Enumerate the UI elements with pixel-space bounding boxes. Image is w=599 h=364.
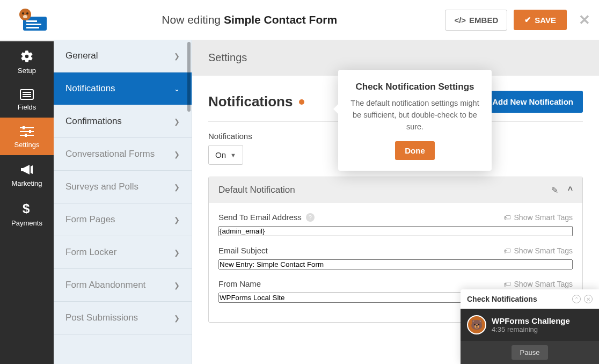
sidebar-tab-setup[interactable]: Setup [0, 41, 54, 81]
embed-label: EMBED [469, 16, 498, 25]
pencil-icon[interactable]: ✎ [551, 185, 558, 195]
settings-item-label: Post Submissions [65, 312, 138, 323]
chevron-up-icon[interactable]: ^ [568, 185, 573, 195]
sidebar-tab-label: Marketing [0, 179, 54, 187]
primary-sidebar: Setup Fields Settings Marketing $ Paymen… [0, 41, 54, 364]
sidebar-tab-label: Payments [0, 219, 54, 227]
svg-point-4 [19, 9, 31, 20]
save-label: SAVE [535, 16, 556, 25]
settings-item-label: Form Pages [65, 214, 115, 225]
chevron-right-icon: ❯ [174, 249, 180, 257]
settings-item-general[interactable]: General ❯ [54, 40, 192, 72]
top-bar: Now editing Simple Contact Form </> EMBE… [0, 0, 599, 40]
settings-item-label: Form Locker [65, 247, 116, 258]
chevron-right-icon: ❯ [174, 52, 180, 60]
settings-item-form-pages[interactable]: Form Pages ❯ [54, 203, 192, 236]
settings-item-surveys-polls[interactable]: Surveys and Polls ❯ [54, 171, 192, 203]
challenge-title: WPForms Challenge [492, 316, 570, 325]
chevron-down-icon: ⌄ [174, 85, 180, 93]
settings-item-label: General [65, 50, 98, 61]
pause-button[interactable]: Pause [512, 345, 549, 360]
svg-rect-13 [20, 131, 34, 132]
chevron-down-icon: ▼ [230, 152, 236, 158]
tag-icon: 🏷 [503, 246, 511, 255]
settings-item-post-submissions[interactable]: Post Submissions ❯ [54, 302, 192, 334]
svg-point-5 [22, 12, 24, 14]
sidebar-tab-label: Settings [0, 141, 54, 149]
settings-item-label: Conversational Forms [65, 149, 155, 159]
code-icon: </> [454, 16, 466, 25]
card-title: Default Notification [218, 185, 295, 195]
card-header: Default Notification ✎ ^ [209, 177, 582, 203]
sidebar-tab-marketing[interactable]: Marketing [0, 155, 54, 194]
challenge-avatar-icon: 🐻 [467, 315, 486, 334]
chevron-right-icon: ❯ [174, 216, 180, 224]
settings-item-label: Surveys and Polls [65, 181, 138, 192]
sidebar-tab-settings[interactable]: Settings [0, 118, 54, 155]
settings-item-label: Confirmations [65, 116, 122, 127]
save-button[interactable]: ✔ SAVE [514, 10, 567, 30]
show-smart-tags-link[interactable]: 🏷 Show Smart Tags [503, 280, 573, 288]
svg-rect-17 [25, 134, 27, 137]
check-icon: ✔ [524, 15, 531, 25]
svg-rect-15 [23, 126, 25, 129]
sidebar-tab-label: Setup [0, 67, 54, 75]
settings-item-form-abandonment[interactable]: Form Abandonment ❯ [54, 269, 192, 302]
chevron-right-icon: ❯ [174, 150, 180, 158]
chevron-right-icon: ❯ [174, 281, 180, 289]
show-smart-tags-link[interactable]: 🏷 Show Smart Tags [503, 246, 573, 255]
subject-input[interactable] [218, 259, 573, 270]
settings-item-conversational-forms[interactable]: Conversational Forms ❯ [54, 138, 192, 171]
popover-body: The default notification settings might … [349, 98, 481, 133]
sidebar-tab-label: Fields [0, 103, 54, 111]
close-icon[interactable]: ✕ [570, 12, 599, 28]
list-icon [20, 89, 34, 100]
challenge-remaining: 4:35 remaining [492, 325, 570, 333]
section-heading: Notifications [208, 93, 304, 110]
challenge-widget: Check Notifications ⌃ ✕ 🐻 WPForms Challe… [461, 289, 599, 364]
send-to-input[interactable] [218, 226, 573, 236]
embed-button[interactable]: </> EMBED [445, 10, 507, 31]
bullhorn-icon [20, 163, 34, 176]
minimize-icon[interactable]: ⌃ [572, 295, 581, 303]
scrollbar-thumb[interactable] [187, 42, 191, 112]
add-notification-button[interactable]: Add New Notification [483, 91, 583, 113]
notifications-toggle-value: On [215, 150, 226, 159]
help-icon[interactable]: ? [306, 213, 315, 222]
svg-rect-2 [26, 24, 41, 25]
notifications-toggle-select[interactable]: On ▼ [208, 145, 243, 165]
svg-rect-1 [26, 20, 37, 22]
sliders-icon [20, 126, 34, 137]
attention-dot-icon [299, 99, 304, 105]
settings-item-label: Notifications [65, 83, 115, 94]
subject-label: Email Subject [218, 246, 268, 255]
done-button[interactable]: Done [395, 141, 435, 160]
challenge-header: Check Notifications [467, 295, 537, 303]
check-notification-popover: Check Notification Settings The default … [338, 70, 492, 171]
tag-icon: 🏷 [503, 280, 511, 288]
gear-icon [20, 49, 34, 63]
svg-point-6 [26, 12, 28, 14]
from-name-label: From Name [218, 279, 261, 288]
svg-text:$: $ [23, 202, 30, 216]
chevron-right-icon: ❯ [174, 314, 180, 322]
chevron-right-icon: ❯ [174, 118, 180, 126]
send-to-label: Send To Email Address ? [218, 213, 315, 222]
show-smart-tags-link[interactable]: 🏷 Show Smart Tags [503, 213, 573, 222]
svg-rect-16 [29, 130, 31, 133]
settings-item-form-locker[interactable]: Form Locker ❯ [54, 236, 192, 269]
svg-point-7 [23, 15, 27, 18]
settings-item-confirmations[interactable]: Confirmations ❯ [54, 105, 192, 138]
chevron-right-icon: ❯ [174, 183, 180, 191]
sidebar-tab-fields[interactable]: Fields [0, 81, 54, 118]
sidebar-tab-payments[interactable]: $ Payments [0, 194, 54, 234]
tag-icon: 🏷 [503, 213, 511, 222]
settings-item-notifications[interactable]: Notifications ⌄ [54, 72, 192, 105]
popover-title: Check Notification Settings [349, 82, 481, 92]
wpforms-logo [13, 7, 54, 33]
close-icon[interactable]: ✕ [584, 295, 593, 303]
section-heading-text: Notifications [208, 93, 293, 110]
svg-rect-3 [26, 27, 39, 28]
dollar-icon: $ [23, 202, 31, 216]
editing-title: Now editing Simple Contact Form [54, 13, 445, 26]
